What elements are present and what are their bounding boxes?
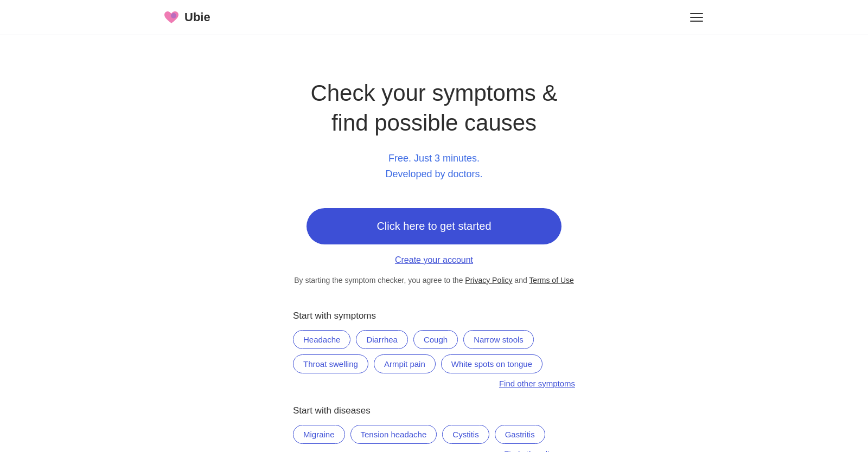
main-content: Check your symptoms & find possible caus… <box>0 35 868 452</box>
symptom-tag-cough[interactable]: Cough <box>413 330 458 349</box>
diseases-section: Start with diseases Migraine Tension hea… <box>293 405 575 452</box>
headline-line1: Check your symptoms & <box>310 80 557 106</box>
headline-line2: find possible causes <box>331 110 537 135</box>
hamburger-line-1 <box>690 13 703 14</box>
find-other-diseases-link[interactable]: Find other diseases <box>293 449 575 452</box>
disease-tag-gastritis[interactable]: Gastritis <box>495 425 545 444</box>
symptom-tag-armpit-pain[interactable]: Armpit pain <box>374 354 436 373</box>
get-started-button[interactable]: Click here to get started <box>307 208 561 244</box>
find-other-symptoms-link[interactable]: Find other symptoms <box>293 379 575 388</box>
symptom-tag-throat-swelling[interactable]: Throat swelling <box>293 354 368 373</box>
privacy-policy-link[interactable]: Privacy Policy <box>465 276 512 285</box>
disease-tag-cystitis[interactable]: Cystitis <box>442 425 489 444</box>
menu-button[interactable] <box>688 11 705 24</box>
symptom-tag-headache[interactable]: Headache <box>293 330 350 349</box>
subtitle-line1: Free. Just 3 minutes. <box>388 153 480 164</box>
terms-and: and <box>514 276 529 285</box>
symptoms-tags-row-1: Headache Diarrhea Cough Narrow stools <box>293 330 575 349</box>
hamburger-line-2 <box>690 17 703 18</box>
hamburger-line-3 <box>690 21 703 22</box>
symptoms-section-title: Start with symptoms <box>293 311 575 321</box>
symptom-tag-white-spots[interactable]: White spots on tongue <box>441 354 542 373</box>
symptom-tag-narrow-stools[interactable]: Narrow stools <box>463 330 534 349</box>
diseases-section-title: Start with diseases <box>293 405 575 416</box>
subtitle-line2: Developed by doctors. <box>385 169 482 179</box>
terms-prefix: By starting the symptom checker, you agr… <box>294 276 463 285</box>
headline: Check your symptoms & find possible caus… <box>310 79 557 138</box>
disease-tag-tension-headache[interactable]: Tension headache <box>350 425 437 444</box>
logo-text: Ubie <box>184 10 210 24</box>
create-account-link[interactable]: Create your account <box>395 255 473 265</box>
disease-tag-migraine[interactable]: Migraine <box>293 425 345 444</box>
terms-text: By starting the symptom checker, you agr… <box>294 276 574 285</box>
logo-icon <box>163 9 180 26</box>
symptoms-section: Start with symptoms Headache Diarrhea Co… <box>293 311 575 388</box>
header: Ubie <box>0 0 868 35</box>
svg-point-0 <box>171 13 176 18</box>
subtitle: Free. Just 3 minutes. Developed by docto… <box>385 151 482 182</box>
logo: Ubie <box>163 9 210 26</box>
symptom-tag-diarrhea[interactable]: Diarrhea <box>356 330 408 349</box>
symptoms-tags-row-2: Throat swelling Armpit pain White spots … <box>293 354 575 373</box>
terms-of-use-link[interactable]: Terms of Use <box>529 276 573 285</box>
diseases-tags-row: Migraine Tension headache Cystitis Gastr… <box>293 425 575 444</box>
